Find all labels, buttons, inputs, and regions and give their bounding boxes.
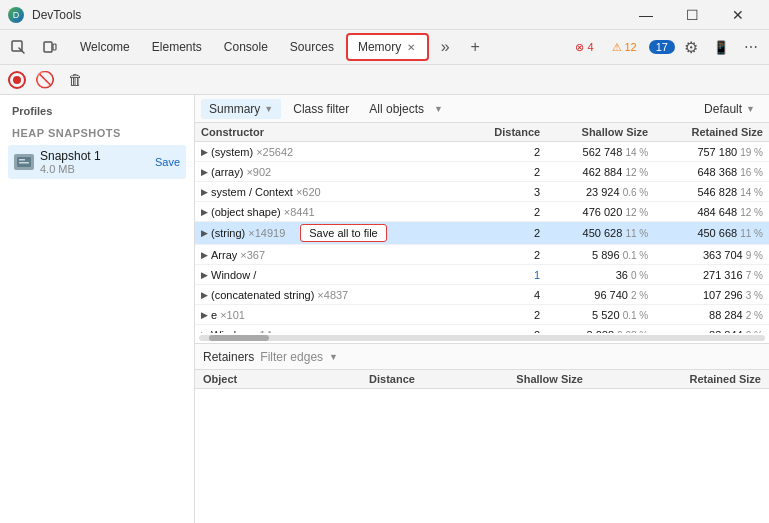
expand-arrow[interactable]: ▶ [201, 207, 208, 217]
expand-arrow[interactable]: ▶ [201, 290, 208, 300]
table-row[interactable]: ▶e ×10125 520 0.1 %88 284 2 % [195, 305, 769, 325]
cell-constructor: ▶Array ×367 [195, 245, 467, 265]
tab-sources[interactable]: Sources [280, 33, 344, 61]
all-objects-btn[interactable]: All objects [361, 99, 432, 119]
svg-rect-6 [19, 162, 29, 164]
expand-arrow[interactable]: ▶ [201, 187, 208, 197]
table-row[interactable]: ▶(system) ×256422562 748 14 %757 180 19 … [195, 142, 769, 162]
more-tabs-btn[interactable]: » [431, 33, 459, 61]
cell-shallow: 36 0 % [546, 265, 654, 285]
bottom-table-container[interactable]: Object Distance Shallow Size Retained Si… [195, 370, 769, 523]
summary-chevron: ▼ [264, 104, 273, 114]
error-badge[interactable]: ⊗ 4 [569, 39, 599, 56]
default-label: Default [704, 102, 742, 116]
cell-distance: 2 [467, 142, 546, 162]
snapshot-name: Snapshot 1 [40, 149, 149, 163]
maximize-button[interactable]: ☐ [669, 0, 715, 30]
tab-group-left [4, 33, 64, 61]
row-count: ×367 [240, 249, 265, 261]
filter-edges-chevron: ▼ [329, 352, 338, 362]
scrollbar-thumb[interactable] [209, 335, 269, 341]
cell-retained: 271 316 7 % [654, 265, 769, 285]
settings-btn[interactable]: ⚙ [677, 33, 705, 61]
cell-constructor: ▶system / Context ×620 [195, 182, 467, 202]
delete-selected-btn[interactable]: 🗑 [64, 69, 86, 91]
snapshot-item[interactable]: Snapshot 1 4.0 MB Save [8, 145, 186, 179]
expand-arrow[interactable]: ▶ [201, 270, 208, 280]
cell-distance: 2 [467, 325, 546, 334]
tab-console[interactable]: Console [214, 33, 278, 61]
device-toolbar-btn[interactable] [36, 33, 64, 61]
cell-distance: 2 [467, 202, 546, 222]
class-filter-label: Class filter [293, 102, 349, 116]
warning-badge[interactable]: ⚠ 12 [606, 39, 643, 56]
titlebar: D DevTools — ☐ ✕ [0, 0, 769, 30]
table-row[interactable]: ▶system / Context ×620323 924 0.6 %546 8… [195, 182, 769, 202]
cell-shallow: 450 628 11 % [546, 222, 654, 245]
table-row[interactable]: ▶Array ×36725 896 0.1 %363 704 9 % [195, 245, 769, 265]
expand-arrow[interactable]: ▶ [201, 250, 208, 260]
expand-arrow[interactable]: ▶ [201, 228, 208, 238]
badges: ⊗ 4 ⚠ 12 17 [569, 39, 675, 56]
table-row[interactable]: ▶Window ×1423 088 0.08 %83 844 2 % [195, 325, 769, 334]
tab-console-label: Console [224, 40, 268, 54]
tab-memory-label: Memory [358, 40, 401, 54]
col-retained-size: Retained Size [654, 123, 769, 142]
profiles-label: Profiles [8, 103, 186, 119]
main-table-container[interactable]: Constructor Distance Shallow Size Retain… [195, 123, 769, 333]
error-icon: ⊗ [575, 41, 584, 54]
svg-rect-2 [44, 42, 52, 52]
remote-devices-btn[interactable]: 📱 [707, 33, 735, 61]
scrollbar-track[interactable] [199, 335, 765, 341]
row-name: (string) [211, 227, 245, 239]
row-name: (system) [211, 146, 253, 158]
retainers-label: Retainers [203, 350, 254, 364]
save-link[interactable]: Save [155, 156, 180, 168]
save-all-to-file-btn[interactable]: Save all to file [300, 224, 386, 242]
class-filter-btn[interactable]: Class filter [285, 99, 357, 119]
cell-constructor: ▶(system) ×25642 [195, 142, 467, 162]
error-count: 4 [587, 41, 593, 53]
cell-distance: 4 [467, 285, 546, 305]
row-name: (array) [211, 166, 243, 178]
content-area: Profiles HEAP SNAPSHOTS Snapshot 1 4.0 M… [0, 95, 769, 523]
table-scrollbar[interactable] [195, 333, 769, 343]
table-row[interactable]: ▶(array) ×9022462 884 12 %648 368 16 % [195, 162, 769, 182]
record-button[interactable] [8, 71, 26, 89]
cell-retained: 107 296 3 % [654, 285, 769, 305]
tab-elements[interactable]: Elements [142, 33, 212, 61]
expand-arrow[interactable]: ▶ [201, 147, 208, 157]
device-icon [43, 40, 57, 54]
row-count: ×620 [296, 186, 321, 198]
default-chevron: ▼ [746, 104, 755, 114]
cell-constructor: ▶(object shape) ×8441 [195, 202, 467, 222]
devtools-icon: D [8, 7, 24, 23]
main-table-body: ▶(system) ×256422562 748 14 %757 180 19 … [195, 142, 769, 334]
close-button[interactable]: ✕ [715, 0, 761, 30]
table-row[interactable]: ▶Window /136 0 %271 316 7 % [195, 265, 769, 285]
more-options-btn[interactable]: ⋯ [737, 33, 765, 61]
bottom-col-retained: Retained Size [591, 370, 769, 389]
tab-memory[interactable]: Memory ✕ [346, 33, 429, 61]
table-row[interactable]: ▶(concatenated string) ×4837496 740 2 %1… [195, 285, 769, 305]
expand-arrow[interactable]: ▶ [201, 167, 208, 177]
snapshot-svg [16, 156, 32, 168]
inspect-icon-btn[interactable] [4, 33, 32, 61]
tab-memory-close[interactable]: ✕ [405, 41, 417, 54]
summary-filter-btn[interactable]: Summary ▼ [201, 99, 281, 119]
table-row[interactable]: ▶(string) ×14919Save all to file2450 628… [195, 222, 769, 245]
table-row[interactable]: ▶(object shape) ×84412476 020 12 %484 64… [195, 202, 769, 222]
main-toolbar: 🚫 🗑 [0, 65, 769, 95]
tab-welcome[interactable]: Welcome [70, 33, 140, 61]
add-tab-btn[interactable]: + [461, 33, 489, 61]
default-filter-btn[interactable]: Default ▼ [696, 99, 763, 119]
info-badge[interactable]: 17 [649, 40, 675, 54]
row-name: Array [211, 249, 237, 261]
clear-all-profiles-btn[interactable]: 🚫 [34, 69, 56, 91]
minimize-button[interactable]: — [623, 0, 669, 30]
cell-shallow: 562 748 14 % [546, 142, 654, 162]
row-count: ×8441 [284, 206, 315, 218]
cell-constructor: ▶(string) ×14919Save all to file [195, 222, 467, 245]
cell-distance: 2 [467, 162, 546, 182]
expand-arrow[interactable]: ▶ [201, 310, 208, 320]
